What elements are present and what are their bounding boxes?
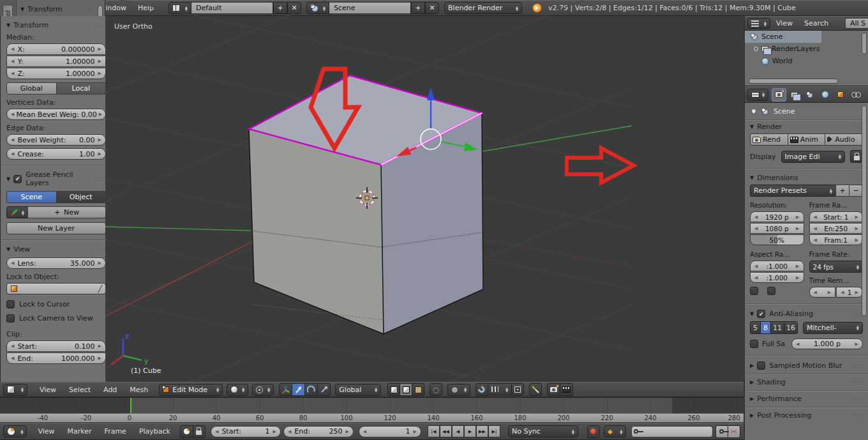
outliner-row-world[interactable]: World: [745, 55, 868, 67]
outliner-vscrollbar[interactable]: [862, 33, 867, 54]
proportional-edit-dropdown[interactable]: ▲▼: [447, 384, 470, 396]
edge-select-button[interactable]: [400, 383, 412, 396]
auto-keyframe-button[interactable]: [587, 425, 600, 438]
layout-add-button[interactable]: +: [273, 2, 287, 14]
editor-type-timeline-dropdown[interactable]: ▲▼: [3, 425, 27, 437]
time-remap-old-field[interactable]: ◀▶: [809, 287, 836, 298]
expand-icon[interactable]: [754, 47, 758, 51]
current-frame-marker[interactable]: [130, 398, 131, 414]
select-menu[interactable]: Select: [63, 386, 96, 394]
lock-range-button[interactable]: [193, 425, 206, 438]
mean-bevel-weight-field[interactable]: ◀Mean Bevel Weig: 0.00▶: [6, 109, 106, 120]
outliner-menu-search[interactable]: Search: [798, 19, 834, 27]
pin-icon[interactable]: [750, 107, 757, 114]
gp-scene-button[interactable]: Scene: [6, 191, 57, 203]
aa-samples-5-button[interactable]: 5: [750, 321, 761, 334]
translate-manipulator-button[interactable]: [292, 383, 305, 396]
pixel-filter-field[interactable]: ◀1.000 p▶: [791, 338, 863, 349]
bevel-weight-field[interactable]: ◀Bevel Weight: 0.00▶: [6, 134, 106, 146]
scene-add-button[interactable]: +: [411, 2, 425, 14]
scene-name-field[interactable]: Scene: [329, 2, 411, 14]
lock-object-field[interactable]: ╱: [6, 283, 106, 294]
vertex-select-button[interactable]: [387, 383, 400, 396]
preview-range-button[interactable]: [180, 425, 193, 438]
outliner-row-scene[interactable]: Scene: [745, 31, 821, 43]
performance-panel-header[interactable]: ▶ Performance ::::: [750, 395, 863, 403]
gp-object-button[interactable]: Object: [56, 191, 107, 203]
tab-render-layers-context[interactable]: [787, 88, 802, 102]
median-y-field[interactable]: ◀Y: 1.00000▶: [6, 56, 106, 67]
manipulator-toggle-button[interactable]: [279, 383, 292, 396]
lock-camera-checkbox[interactable]: [6, 314, 15, 322]
aa-filter-dropdown[interactable]: Mitchell- ▲▼: [803, 322, 863, 334]
clip-start-field[interactable]: ◀Start: 0.100▶: [6, 340, 106, 352]
median-z-field[interactable]: ◀Z: 1.00000▶: [6, 68, 106, 79]
add-menu[interactable]: Add: [98, 386, 123, 394]
layout-delete-button[interactable]: ✕: [287, 2, 301, 14]
lens-field[interactable]: ◀Lens: 35.000▶: [6, 257, 106, 269]
npanel-transform-header[interactable]: ▼ Transform ::::: [6, 21, 106, 29]
transform-orientation-dropdown[interactable]: Global ▲▼: [335, 384, 381, 396]
lock-camera-row[interactable]: Lock Camera to View: [6, 314, 106, 322]
auto-merge-button[interactable]: [529, 383, 542, 396]
frame-end-field[interactable]: ◀En:250▶: [809, 223, 864, 234]
snap-target-button[interactable]: [511, 383, 524, 396]
tab-object-context[interactable]: [833, 88, 848, 102]
frame-start-field[interactable]: ◀Start: 1▶: [809, 211, 864, 222]
frame-start-field[interactable]: ◀Start: 1▶: [211, 426, 281, 437]
viewport-canvas[interactable]: z y: [105, 16, 632, 382]
view-menu[interactable]: View: [34, 386, 62, 394]
scene-delete-button[interactable]: ✕: [425, 2, 439, 14]
sync-mode-dropdown[interactable]: No Sync ▲▼: [508, 425, 578, 437]
shading-panel-header[interactable]: ▶ Shading ::::: [750, 378, 863, 386]
lock-to-cursor-row[interactable]: Lock to Cursor: [6, 300, 106, 308]
layout-name-field[interactable]: Default: [191, 2, 273, 14]
time-remap-new-field[interactable]: ◀1▶: [836, 287, 863, 298]
local-button[interactable]: Local: [56, 82, 107, 95]
frame-rate-dropdown[interactable]: 24 fps ▲▼: [809, 261, 864, 273]
jump-to-end-button[interactable]: ▶|: [488, 425, 500, 437]
timeline-track[interactable]: [0, 397, 744, 413]
viewport-3d[interactable]: z y User Ortho (1) Cube: [105, 16, 632, 382]
jump-to-start-button[interactable]: |◀: [428, 425, 440, 437]
panel-grip-icon[interactable]: ::::: [853, 396, 863, 402]
render-presets-dropdown[interactable]: Render Presets ▲▼: [750, 185, 836, 197]
panel-grip-icon[interactable]: ::::: [96, 22, 106, 29]
frame-end-field[interactable]: ◀End: 250▶: [283, 426, 354, 437]
motion-blur-panel-header[interactable]: ▶ Sampled Motion Blur ::::: [750, 361, 863, 370]
gp-brush-dropdown[interactable]: ▲▼: [6, 206, 28, 218]
scene-browse-button[interactable]: ▲▼: [306, 2, 329, 14]
delete-keyframe-button[interactable]: ✂: [728, 425, 740, 438]
timeline-frame-menu[interactable]: Frame: [99, 427, 132, 436]
occlude-geometry-button[interactable]: ◌: [430, 383, 442, 396]
play-reverse-button[interactable]: ◀: [452, 425, 464, 437]
play-button[interactable]: ▶: [464, 425, 476, 437]
anti-aliasing-checkbox[interactable]: ✔: [757, 310, 765, 318]
border-checkbox[interactable]: [750, 287, 758, 295]
preset-add-button[interactable]: +: [835, 185, 849, 197]
median-x-field[interactable]: ◀X: 0.000000▶: [6, 43, 106, 55]
tab-constraints-context[interactable]: [848, 88, 863, 102]
anti-aliasing-panel-header[interactable]: ▼ ✔ Anti-Aliasing ::::: [750, 310, 863, 318]
rotate-manipulator-button[interactable]: [304, 383, 318, 396]
next-keyframe-button[interactable]: ▶▶: [476, 425, 488, 437]
tab-render-context[interactable]: [772, 88, 786, 102]
opengl-render-anim-button[interactable]: [560, 383, 573, 396]
panel-grip-icon[interactable]: ::::: [853, 413, 863, 419]
opengl-render-still-button[interactable]: [547, 383, 560, 396]
lock-to-cursor-checkbox[interactable]: [6, 300, 15, 308]
editor-type-properties-dropdown[interactable]: ▲▼: [747, 89, 768, 101]
full-sample-checkbox[interactable]: [750, 340, 758, 348]
face-select-button[interactable]: [412, 383, 424, 396]
scale-manipulator-button[interactable]: [317, 383, 331, 396]
resolution-x-field[interactable]: ◀1920 p▶: [750, 211, 804, 222]
preset-remove-button[interactable]: −: [849, 185, 863, 197]
pivot-point-dropdown[interactable]: ▲▼: [252, 384, 274, 396]
eyedropper-icon[interactable]: ╱: [98, 285, 103, 293]
prev-keyframe-button[interactable]: ◀◀: [440, 425, 452, 437]
panel-grip-icon[interactable]: ::::: [853, 363, 863, 369]
dimensions-panel-header[interactable]: ▼ Dimensions ::::: [750, 174, 863, 182]
insert-keyframe-button[interactable]: [715, 425, 728, 438]
aspect-y-field[interactable]: ◀:1.000▶: [750, 272, 804, 283]
render-still-button[interactable]: Rend: [750, 133, 788, 146]
